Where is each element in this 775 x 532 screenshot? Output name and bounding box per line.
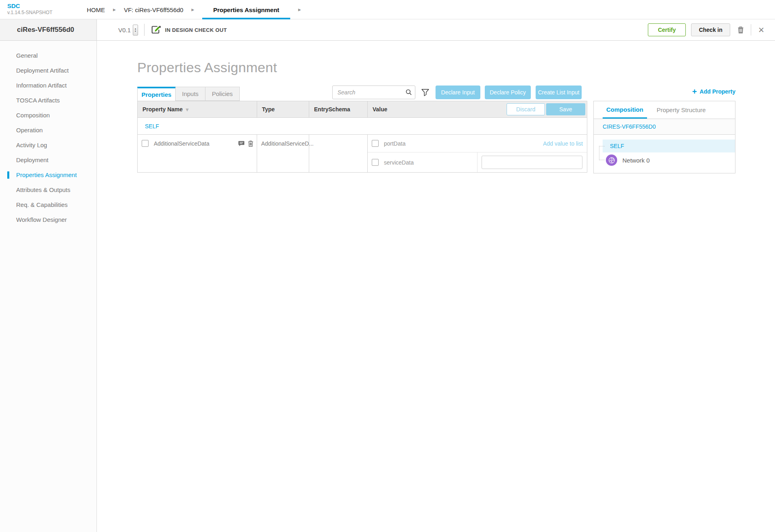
tree-connector — [599, 146, 605, 160]
tab-composition[interactable]: Composition — [603, 101, 647, 119]
tab-properties[interactable]: Properties — [137, 87, 176, 101]
lifecycle-status-label: IN DESIGN CHECK OUT — [165, 27, 227, 33]
sidebar-item-composition[interactable]: Composition — [0, 108, 96, 123]
properties-tabs: Properties Inputs Policies — [137, 87, 240, 101]
breadcrumb-arrow-icon: ▶ — [113, 0, 116, 19]
breadcrumb: HOME ▶ VF: ciRes-VF6ff556d0 ▶ Properties… — [87, 0, 309, 19]
close-icon[interactable]: ✕ — [758, 26, 765, 34]
app-version: v.1.14.5-SNAPSHOT — [7, 10, 52, 16]
properties-table: Property Name ▾ Type EntrySchema Value D… — [137, 101, 587, 173]
save-button[interactable]: Save — [546, 103, 585, 115]
tree-node-network[interactable]: Network 0 — [606, 154, 735, 166]
value-checkbox[interactable] — [372, 140, 379, 147]
breadcrumb-vf[interactable]: VF: ciRes-VF6ff556d0 — [124, 0, 183, 19]
row-checkbox[interactable] — [142, 140, 149, 147]
value-field-servicedata: serviceData — [368, 152, 587, 172]
property-name-label: AdditionalServiceData — [154, 140, 209, 147]
column-header-type: Type — [257, 101, 309, 117]
search-input[interactable] — [332, 86, 415, 99]
tree-node-self[interactable]: SELF — [603, 140, 735, 152]
app-logo-name: SDC — [7, 2, 52, 10]
search-icon[interactable] — [406, 89, 412, 97]
add-value-to-list-link[interactable]: Add value to list — [543, 140, 583, 147]
sidebar-item-operation[interactable]: Operation — [0, 123, 96, 138]
sidebar-item-tosca-artifacts[interactable]: TOSCA Artifacts — [0, 93, 96, 108]
sidebar-item-activity-log[interactable]: Activity Log — [0, 138, 96, 152]
comment-icon[interactable] — [238, 141, 245, 146]
entity-header: ciRes-VF6ff556d0 — [0, 19, 97, 41]
tree-node-label: Network 0 — [622, 157, 650, 164]
entity-name: ciRes-VF6ff556d0 — [17, 26, 74, 34]
property-value-cell: portData Add value to list serviceData — [368, 135, 587, 172]
value-field-label: serviceData — [384, 159, 414, 166]
main-content: Properties Assignment Properties Inputs … — [97, 41, 775, 532]
tab-property-structure[interactable]: Property Structure — [657, 101, 706, 119]
app-logo[interactable]: SDC v.1.14.5-SNAPSHOT — [7, 2, 52, 16]
table-row: AdditionalServiceData — [138, 135, 587, 172]
property-name-cell: AdditionalServiceData — [138, 135, 257, 172]
breadcrumb-arrow-icon: ▶ — [298, 0, 301, 19]
value-field-portdata: portData Add value to list — [368, 135, 587, 152]
discard-button[interactable]: Discard — [507, 103, 545, 115]
column-header-property-name: Property Name ▾ — [138, 101, 257, 117]
sidebar-item-workflow-designer[interactable]: Workflow Designer — [0, 212, 96, 227]
in-design-pencil-icon — [151, 25, 161, 35]
breadcrumb-bar: SDC v.1.14.5-SNAPSHOT HOME ▶ VF: ciRes-V… — [0, 0, 775, 19]
sidebar-item-req-capabilities[interactable]: Req. & Capabilities — [0, 197, 96, 212]
tab-policies[interactable]: Policies — [205, 87, 240, 101]
toolbar-divider — [144, 24, 145, 36]
property-type-cell: AdditionalServiceD... — [257, 135, 309, 172]
sort-caret-icon[interactable]: ▾ — [186, 106, 189, 113]
breadcrumb-home[interactable]: HOME — [87, 0, 105, 19]
check-in-button[interactable]: Check in — [691, 23, 730, 36]
sidebar: General Deployment Artifact Information … — [0, 41, 97, 532]
toolbar-divider — [751, 24, 751, 35]
breadcrumb-properties-assignment[interactable]: Properties Assignment — [202, 0, 290, 19]
composition-panel-tabs: Composition Property Structure — [594, 101, 735, 119]
composition-panel: Composition Property Structure CIRES-VF6… — [593, 101, 735, 173]
breadcrumb-arrow-icon: ▶ — [191, 0, 194, 19]
version-spinner[interactable]: ▲ ▼ — [133, 25, 138, 35]
column-header-value: Value Discard Save — [368, 101, 587, 117]
create-list-input-button[interactable]: Create List Input — [536, 86, 582, 99]
add-property-button[interactable]: + Add Property — [692, 88, 735, 96]
network-globe-icon — [606, 154, 617, 166]
value-checkbox[interactable] — [372, 159, 379, 166]
declare-policy-button[interactable]: Declare Policy — [485, 86, 531, 99]
component-name-row[interactable]: CIRES-VF6FF556D0 — [594, 119, 735, 135]
spinner-down-icon: ▼ — [134, 30, 136, 33]
delete-icon[interactable] — [737, 26, 744, 33]
delete-row-icon[interactable] — [248, 140, 253, 147]
certify-button[interactable]: Certify — [648, 23, 686, 36]
sidebar-item-deployment-artifact[interactable]: Deployment Artifact — [0, 63, 96, 78]
value-field-label: portData — [384, 140, 406, 147]
plus-icon: + — [692, 88, 697, 96]
declare-input-button[interactable]: Declare Input — [436, 86, 480, 99]
version-label: V0.1 — [118, 27, 131, 33]
column-header-entry-schema: EntrySchema — [309, 101, 368, 117]
sidebar-item-information-artifact[interactable]: Information Artifact — [0, 78, 96, 93]
sidebar-item-general[interactable]: General — [0, 48, 96, 63]
toolbar: V0.1 ▲ ▼ IN DESIGN CHECK OUT Certify Che… — [97, 19, 775, 41]
group-row-self[interactable]: SELF — [138, 118, 587, 135]
table-header-row: Property Name ▾ Type EntrySchema Value D… — [138, 101, 587, 118]
composition-tree: SELF Network 0 — [594, 135, 735, 173]
value-input[interactable] — [482, 156, 582, 169]
sidebar-item-deployment[interactable]: Deployment — [0, 152, 96, 167]
sidebar-item-attributes-outputs[interactable]: Attributes & Outputs — [0, 182, 96, 197]
page-title: Properties Assignment — [137, 59, 775, 75]
entry-schema-cell — [309, 135, 368, 172]
tab-inputs[interactable]: Inputs — [176, 87, 205, 101]
filter-funnel-icon[interactable] — [421, 88, 429, 97]
sidebar-item-properties-assignment[interactable]: Properties Assignment — [0, 167, 96, 182]
